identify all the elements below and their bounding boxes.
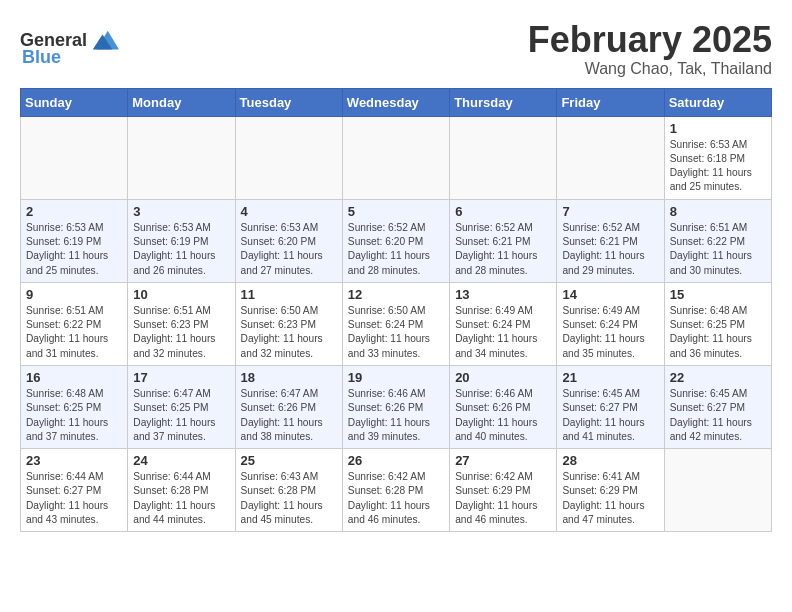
calendar-day-cell: 25Sunrise: 6:43 AM Sunset: 6:28 PM Dayli… <box>235 449 342 532</box>
calendar-day-cell: 28Sunrise: 6:41 AM Sunset: 6:29 PM Dayli… <box>557 449 664 532</box>
day-info: Sunrise: 6:51 AM Sunset: 6:23 PM Dayligh… <box>133 305 215 359</box>
weekday-header: Wednesday <box>342 88 449 116</box>
calendar-day-cell: 12Sunrise: 6:50 AM Sunset: 6:24 PM Dayli… <box>342 282 449 365</box>
calendar: SundayMondayTuesdayWednesdayThursdayFrid… <box>20 88 772 533</box>
calendar-day-cell: 10Sunrise: 6:51 AM Sunset: 6:23 PM Dayli… <box>128 282 235 365</box>
calendar-day-cell: 24Sunrise: 6:44 AM Sunset: 6:28 PM Dayli… <box>128 449 235 532</box>
weekday-header: Monday <box>128 88 235 116</box>
day-number: 17 <box>133 370 229 385</box>
logo-blue: Blue <box>22 47 61 68</box>
calendar-day-cell: 16Sunrise: 6:48 AM Sunset: 6:25 PM Dayli… <box>21 365 128 448</box>
day-info: Sunrise: 6:53 AM Sunset: 6:19 PM Dayligh… <box>26 222 108 276</box>
day-number: 15 <box>670 287 766 302</box>
calendar-day-cell: 17Sunrise: 6:47 AM Sunset: 6:25 PM Dayli… <box>128 365 235 448</box>
day-number: 27 <box>455 453 551 468</box>
day-number: 14 <box>562 287 658 302</box>
calendar-day-cell <box>21 116 128 199</box>
calendar-day-cell: 27Sunrise: 6:42 AM Sunset: 6:29 PM Dayli… <box>450 449 557 532</box>
calendar-day-cell: 3Sunrise: 6:53 AM Sunset: 6:19 PM Daylig… <box>128 199 235 282</box>
day-number: 2 <box>26 204 122 219</box>
day-info: Sunrise: 6:47 AM Sunset: 6:25 PM Dayligh… <box>133 388 215 442</box>
day-info: Sunrise: 6:46 AM Sunset: 6:26 PM Dayligh… <box>455 388 537 442</box>
calendar-day-cell: 23Sunrise: 6:44 AM Sunset: 6:27 PM Dayli… <box>21 449 128 532</box>
day-number: 21 <box>562 370 658 385</box>
calendar-day-cell: 9Sunrise: 6:51 AM Sunset: 6:22 PM Daylig… <box>21 282 128 365</box>
day-number: 20 <box>455 370 551 385</box>
day-info: Sunrise: 6:51 AM Sunset: 6:22 PM Dayligh… <box>26 305 108 359</box>
calendar-day-cell: 13Sunrise: 6:49 AM Sunset: 6:24 PM Dayli… <box>450 282 557 365</box>
logo-icon <box>89 25 119 55</box>
day-number: 1 <box>670 121 766 136</box>
day-number: 3 <box>133 204 229 219</box>
logo: General Blue <box>20 25 119 68</box>
calendar-week-row: 16Sunrise: 6:48 AM Sunset: 6:25 PM Dayli… <box>21 365 772 448</box>
day-info: Sunrise: 6:41 AM Sunset: 6:29 PM Dayligh… <box>562 471 644 525</box>
calendar-day-cell: 6Sunrise: 6:52 AM Sunset: 6:21 PM Daylig… <box>450 199 557 282</box>
day-info: Sunrise: 6:51 AM Sunset: 6:22 PM Dayligh… <box>670 222 752 276</box>
day-number: 6 <box>455 204 551 219</box>
day-info: Sunrise: 6:46 AM Sunset: 6:26 PM Dayligh… <box>348 388 430 442</box>
header: General Blue February 2025 Wang Chao, Ta… <box>20 20 772 78</box>
day-number: 10 <box>133 287 229 302</box>
calendar-day-cell: 22Sunrise: 6:45 AM Sunset: 6:27 PM Dayli… <box>664 365 771 448</box>
calendar-day-cell: 8Sunrise: 6:51 AM Sunset: 6:22 PM Daylig… <box>664 199 771 282</box>
day-number: 26 <box>348 453 444 468</box>
calendar-week-row: 23Sunrise: 6:44 AM Sunset: 6:27 PM Dayli… <box>21 449 772 532</box>
month-title: February 2025 <box>528 20 772 60</box>
day-number: 23 <box>26 453 122 468</box>
weekday-header: Thursday <box>450 88 557 116</box>
calendar-day-cell: 26Sunrise: 6:42 AM Sunset: 6:28 PM Dayli… <box>342 449 449 532</box>
calendar-day-cell: 14Sunrise: 6:49 AM Sunset: 6:24 PM Dayli… <box>557 282 664 365</box>
day-number: 22 <box>670 370 766 385</box>
day-info: Sunrise: 6:49 AM Sunset: 6:24 PM Dayligh… <box>562 305 644 359</box>
day-number: 11 <box>241 287 337 302</box>
day-number: 19 <box>348 370 444 385</box>
day-info: Sunrise: 6:50 AM Sunset: 6:23 PM Dayligh… <box>241 305 323 359</box>
day-info: Sunrise: 6:48 AM Sunset: 6:25 PM Dayligh… <box>670 305 752 359</box>
day-number: 25 <box>241 453 337 468</box>
day-info: Sunrise: 6:53 AM Sunset: 6:19 PM Dayligh… <box>133 222 215 276</box>
day-info: Sunrise: 6:47 AM Sunset: 6:26 PM Dayligh… <box>241 388 323 442</box>
day-number: 7 <box>562 204 658 219</box>
day-info: Sunrise: 6:50 AM Sunset: 6:24 PM Dayligh… <box>348 305 430 359</box>
calendar-day-cell: 2Sunrise: 6:53 AM Sunset: 6:19 PM Daylig… <box>21 199 128 282</box>
day-info: Sunrise: 6:52 AM Sunset: 6:21 PM Dayligh… <box>562 222 644 276</box>
day-info: Sunrise: 6:52 AM Sunset: 6:21 PM Dayligh… <box>455 222 537 276</box>
calendar-day-cell: 7Sunrise: 6:52 AM Sunset: 6:21 PM Daylig… <box>557 199 664 282</box>
day-number: 18 <box>241 370 337 385</box>
day-number: 13 <box>455 287 551 302</box>
day-info: Sunrise: 6:45 AM Sunset: 6:27 PM Dayligh… <box>562 388 644 442</box>
day-number: 4 <box>241 204 337 219</box>
calendar-day-cell: 20Sunrise: 6:46 AM Sunset: 6:26 PM Dayli… <box>450 365 557 448</box>
location-title: Wang Chao, Tak, Thailand <box>528 60 772 78</box>
calendar-day-cell: 4Sunrise: 6:53 AM Sunset: 6:20 PM Daylig… <box>235 199 342 282</box>
day-info: Sunrise: 6:44 AM Sunset: 6:28 PM Dayligh… <box>133 471 215 525</box>
day-number: 24 <box>133 453 229 468</box>
day-number: 12 <box>348 287 444 302</box>
calendar-day-cell: 19Sunrise: 6:46 AM Sunset: 6:26 PM Dayli… <box>342 365 449 448</box>
day-info: Sunrise: 6:42 AM Sunset: 6:29 PM Dayligh… <box>455 471 537 525</box>
calendar-day-cell: 21Sunrise: 6:45 AM Sunset: 6:27 PM Dayli… <box>557 365 664 448</box>
day-number: 28 <box>562 453 658 468</box>
title-section: February 2025 Wang Chao, Tak, Thailand <box>528 20 772 78</box>
day-info: Sunrise: 6:48 AM Sunset: 6:25 PM Dayligh… <box>26 388 108 442</box>
day-number: 9 <box>26 287 122 302</box>
day-info: Sunrise: 6:49 AM Sunset: 6:24 PM Dayligh… <box>455 305 537 359</box>
calendar-day-cell: 11Sunrise: 6:50 AM Sunset: 6:23 PM Dayli… <box>235 282 342 365</box>
day-info: Sunrise: 6:45 AM Sunset: 6:27 PM Dayligh… <box>670 388 752 442</box>
day-info: Sunrise: 6:52 AM Sunset: 6:20 PM Dayligh… <box>348 222 430 276</box>
calendar-day-cell <box>557 116 664 199</box>
calendar-day-cell: 15Sunrise: 6:48 AM Sunset: 6:25 PM Dayli… <box>664 282 771 365</box>
weekday-header: Tuesday <box>235 88 342 116</box>
day-info: Sunrise: 6:43 AM Sunset: 6:28 PM Dayligh… <box>241 471 323 525</box>
day-info: Sunrise: 6:42 AM Sunset: 6:28 PM Dayligh… <box>348 471 430 525</box>
calendar-day-cell: 5Sunrise: 6:52 AM Sunset: 6:20 PM Daylig… <box>342 199 449 282</box>
calendar-day-cell <box>450 116 557 199</box>
day-info: Sunrise: 6:53 AM Sunset: 6:20 PM Dayligh… <box>241 222 323 276</box>
day-info: Sunrise: 6:53 AM Sunset: 6:18 PM Dayligh… <box>670 139 752 193</box>
calendar-header-row: SundayMondayTuesdayWednesdayThursdayFrid… <box>21 88 772 116</box>
calendar-day-cell: 1Sunrise: 6:53 AM Sunset: 6:18 PM Daylig… <box>664 116 771 199</box>
calendar-week-row: 9Sunrise: 6:51 AM Sunset: 6:22 PM Daylig… <box>21 282 772 365</box>
day-info: Sunrise: 6:44 AM Sunset: 6:27 PM Dayligh… <box>26 471 108 525</box>
weekday-header: Friday <box>557 88 664 116</box>
